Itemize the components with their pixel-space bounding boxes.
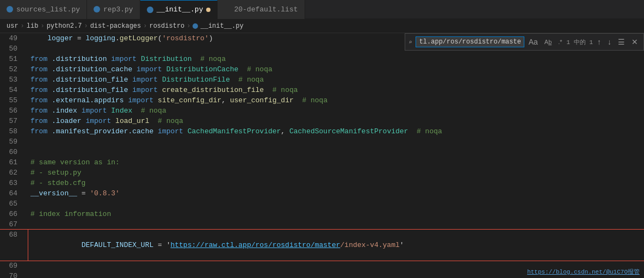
breadcrumb-part: lib [27,22,39,30]
line-number: 63 [0,178,28,188]
table-row: 51 from .distribution import Distributio… [0,54,644,64]
table-row: 56 from .index import Index # noqa [0,106,644,116]
breadcrumb-sep: › [143,22,147,30]
line-content: from .index import Index # noqa [28,106,644,116]
line-content [28,137,644,147]
line-content: from .distribution_cache import Distribu… [28,64,644,75]
python-icon [147,7,153,13]
line-number: 57 [0,116,28,126]
find-menu-button[interactable]: ☰ [616,36,627,47]
line-content [28,199,644,209]
line-content: DEFAULT_INDEX_URL = 'https://raw.ctl.app… [28,230,644,261]
breadcrumb-sep: › [40,22,44,30]
find-match-count: 1 中的 1 [567,38,593,46]
line-number: 52 [0,64,28,75]
line-number: 67 [0,219,28,230]
line-number: 66 [0,209,28,219]
line-number: 53 [0,75,28,85]
breadcrumb: usr › lib › python2.7 › dist-packages › … [0,19,644,33]
line-content [28,147,644,157]
table-row: 61 # same version as in: [0,157,644,168]
line-number: 55 [0,95,28,106]
table-row: 54 from .distribution_file import create… [0,85,644,95]
line-number: 51 [0,54,28,64]
table-row: 59 [0,137,644,147]
breadcrumb-sep: › [21,22,24,30]
tab-label: sources_list.py [16,5,80,14]
breadcrumb-part: usr [7,22,18,30]
tab-label: rep3.py [103,5,133,14]
line-number: 59 [0,137,28,147]
breadcrumb-part: dist-packages [90,22,141,30]
find-regex[interactable]: .* [556,38,564,46]
python-icon [94,6,100,13]
code-table: 49 logger = logging.getLogger('rosdistro… [0,33,644,278]
line-number: 49 [0,33,28,44]
tab-default-list[interactable]: 20-default.list [218,0,305,19]
line-content: # index information [28,209,644,219]
table-row: 66 # index information [0,209,644,219]
line-content: from .distribution_file import Distribut… [28,75,644,85]
line-number: 64 [0,188,28,199]
unsaved-dot [206,8,210,12]
python-icon-breadcrumb [193,23,198,29]
find-prev-button[interactable]: ↑ [595,36,603,47]
tab-sources-list[interactable]: sources_list.py [0,0,87,19]
find-next-button[interactable]: ↓ [605,36,614,47]
line-number: 56 [0,106,28,116]
line-number: 68 [0,230,28,261]
find-case-sensitive[interactable]: Aa [527,36,540,47]
find-input[interactable] [416,36,524,47]
line-content: __version__ = '0.8.3' [28,188,644,199]
line-number: 69 [0,261,28,271]
line-content: # - stdeb.cfg [28,178,644,188]
table-row: 60 [0,147,644,157]
table-row: 57 from .loader import load_url # noqa [0,116,644,126]
find-icon: ⌕ [408,39,412,46]
tab-init[interactable]: __init__.py [140,0,218,19]
line-number: 61 [0,157,28,168]
find-widget: ⌕ Aa Ab .* 1 中的 1 ↑ ↓ ☰ ✕ [405,33,644,51]
line-content: from .external.appdirs import site_confi… [28,95,644,106]
line-number: 65 [0,199,28,209]
find-whole-word[interactable]: Ab [542,38,554,46]
table-row: 52 from .distribution_cache import Distr… [0,64,644,75]
breadcrumb-part: rosdistro [149,22,184,30]
line-number: 70 [0,271,28,278]
tab-rep3[interactable]: rep3.py [87,0,140,19]
breadcrumb-part: __init__.py [200,22,243,30]
list-icon [224,6,231,13]
breadcrumb-part: python2.7 [47,22,82,30]
table-row-highlighted: 68 DEFAULT_INDEX_URL = 'https://raw.ctl.… [0,230,644,261]
table-row: 53 from .distribution_file import Distri… [0,75,644,85]
table-row: 64 __version__ = '0.8.3' [0,188,644,199]
breadcrumb-sep: › [187,22,190,30]
find-close-button[interactable]: ✕ [629,36,640,47]
tab-label: __init__.py [157,5,203,14]
line-content: from .distribution import Distribution #… [28,54,644,64]
line-content: from .loader import load_url # noqa [28,116,644,126]
tab-label: 20-default.list [234,5,298,14]
line-number: 54 [0,85,28,95]
table-row: 67 [0,219,644,230]
editor-container: ⌕ Aa Ab .* 1 中的 1 ↑ ↓ ☰ ✕ 49 logger = lo… [0,33,644,278]
line-content: # - setup.py [28,168,644,178]
breadcrumb-sep: › [84,22,88,30]
line-number: 50 [0,44,28,54]
table-row: 63 # - stdeb.cfg [0,178,644,188]
table-row: 55 from .external.appdirs import site_co… [0,95,644,106]
table-row: 58 from .manifest_provider.cache import … [0,126,644,137]
python-icon [7,6,13,13]
line-number: 62 [0,168,28,178]
line-number: 60 [0,147,28,157]
line-content: # same version as in: [28,157,644,168]
bottom-url: https://blog.csdn.net/@u1C7O报管 [527,268,640,276]
table-row: 62 # - setup.py [0,168,644,178]
line-number: 58 [0,126,28,137]
table-row: 65 [0,199,644,209]
line-content [28,219,644,230]
line-content: from .manifest_provider.cache import Cac… [28,126,644,137]
code-editor[interactable]: 49 logger = logging.getLogger('rosdistro… [0,33,644,278]
tab-bar: sources_list.py rep3.py __init__.py 20-d… [0,0,644,19]
line-content: from .distribution_file import create_di… [28,85,644,95]
